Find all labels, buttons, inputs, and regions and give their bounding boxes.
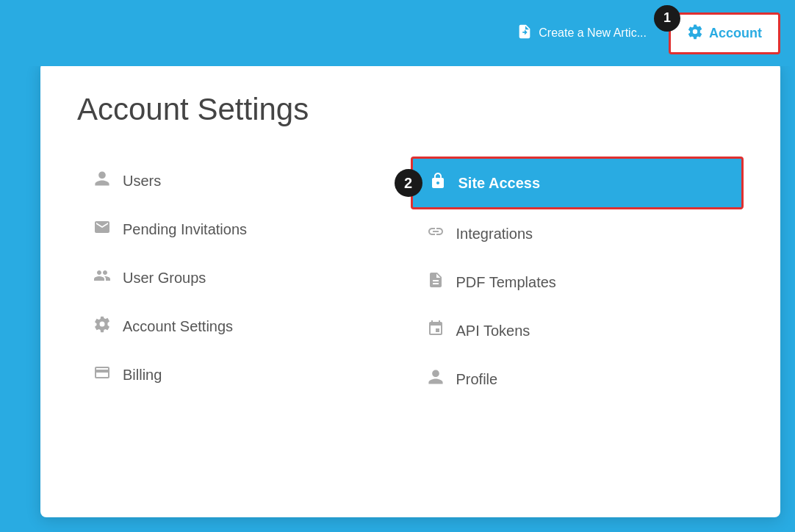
users-label: Users: [123, 173, 161, 190]
left-menu: Users Pending Invitations User Gro: [77, 157, 411, 403]
menu-item-pdf-templates[interactable]: PDF Templates: [411, 258, 744, 306]
pending-invitations-label: Pending Invitations: [123, 221, 247, 238]
billing-icon: [92, 364, 112, 386]
menu-item-users[interactable]: Users: [77, 157, 411, 205]
menu-item-user-groups[interactable]: User Groups: [77, 254, 411, 302]
profile-label: Profile: [456, 371, 498, 388]
account-settings-label: Account Settings: [123, 318, 233, 335]
create-article-label: Create a New Artic...: [539, 26, 647, 40]
gear-icon: [687, 24, 703, 43]
user-icon: [92, 170, 112, 192]
create-article-icon: [517, 24, 533, 43]
main-panel: Account Settings Users Pen: [40, 62, 780, 517]
integrations-label: Integrations: [456, 226, 533, 242]
site-access-label: Site Access: [458, 175, 541, 192]
header: Create a New Artic... 1 Account: [0, 0, 795, 66]
menu-item-account-settings[interactable]: Account Settings: [77, 302, 411, 351]
right-menu: 2 Site Access Int: [411, 157, 744, 403]
account-button[interactable]: Account: [669, 12, 780, 54]
profile-user-icon: [425, 368, 446, 390]
group-icon: [92, 267, 112, 289]
site-access-wrapper: 2 Site Access: [411, 157, 744, 209]
link-icon: [425, 223, 446, 245]
pdf-templates-label: PDF Templates: [456, 274, 556, 291]
create-article-button[interactable]: Create a New Artic...: [502, 16, 661, 51]
account-btn-wrapper: 1 Account: [669, 12, 780, 54]
envelope-icon: [92, 218, 112, 240]
api-icon: [425, 320, 446, 342]
menu-item-profile[interactable]: Profile: [411, 355, 744, 403]
lock-icon: [428, 172, 448, 194]
menu-grid: Users Pending Invitations User Gro: [77, 157, 744, 403]
step-1-badge: 1: [654, 5, 680, 32]
file-icon: [425, 271, 446, 293]
menu-item-pending-invitations[interactable]: Pending Invitations: [77, 205, 411, 254]
step-2-badge: 2: [395, 169, 422, 197]
menu-item-api-tokens[interactable]: API Tokens: [411, 306, 744, 355]
api-tokens-label: API Tokens: [456, 323, 530, 339]
menu-item-integrations[interactable]: Integrations: [411, 209, 744, 258]
menu-item-site-access[interactable]: Site Access: [411, 157, 744, 209]
page-title: Account Settings: [77, 92, 744, 127]
menu-item-billing[interactable]: Billing: [77, 351, 411, 399]
settings-gear-icon: [92, 315, 112, 337]
billing-label: Billing: [123, 367, 162, 384]
user-groups-label: User Groups: [123, 270, 206, 287]
account-label: Account: [709, 26, 762, 41]
